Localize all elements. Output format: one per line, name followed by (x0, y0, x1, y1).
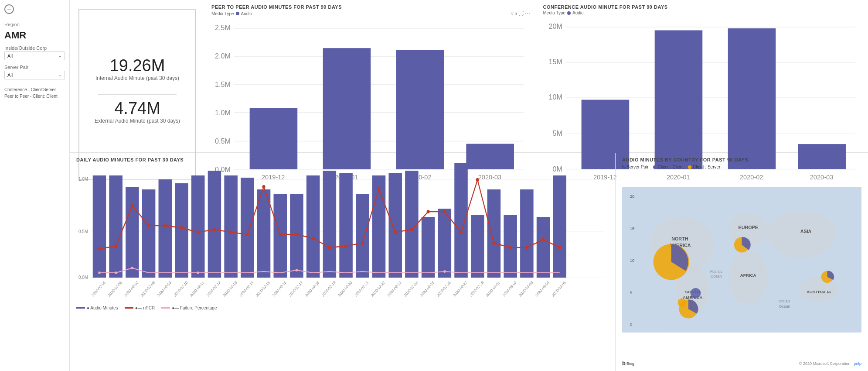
svg-point-101 (558, 246, 561, 249)
sidebar-note: Conference - Client:Server Peer to Peer … (4, 86, 65, 100)
jmtp-text: jmtp (854, 361, 861, 366)
filter1-dropdown[interactable]: All ⌄ (4, 52, 65, 60)
bing-text: Bing (626, 361, 634, 366)
svg-rect-66 (454, 163, 468, 278)
filter2-value: All (7, 72, 13, 78)
svg-text:2020-03-04: 2020-03-04 (534, 280, 550, 298)
filter2-dropdown[interactable]: All ⌄ (4, 71, 65, 79)
svg-text:Ocean: Ocean (711, 274, 722, 278)
bing-b: b (622, 360, 626, 367)
daily-bar-chart: 1.0M 0.5M 0.0M (76, 163, 609, 303)
svg-rect-49 (175, 183, 188, 278)
svg-text:1.5M: 1.5M (215, 80, 231, 88)
svg-text:2020-02-10: 2020-02-10 (173, 280, 189, 298)
svg-point-81 (229, 230, 232, 234)
expand-icon[interactable]: ⛶ (518, 10, 524, 17)
svg-text:2.0M: 2.0M (215, 52, 231, 60)
svg-text:2020-02-06: 2020-02-06 (107, 280, 123, 298)
svg-point-76 (147, 224, 150, 227)
svg-point-82 (246, 233, 249, 236)
daily-chart-title: DAILY AUDIO MINUTES FOR PAST 30 DAYS (76, 157, 609, 162)
svg-text:ASIA: ASIA (800, 229, 812, 234)
svg-point-92 (410, 228, 413, 231)
legend-client-client: Client : Client (653, 165, 684, 169)
filter-icon[interactable]: ▿ 3 (511, 10, 517, 17)
svg-rect-14 (323, 48, 371, 169)
svg-text:2020-02-19: 2020-02-19 (321, 280, 337, 298)
filter2-chevron: ⌄ (58, 73, 62, 77)
svg-text:2020-02-08: 2020-02-08 (140, 280, 156, 298)
svg-rect-54 (257, 189, 271, 278)
svg-text:Ocean: Ocean (779, 304, 790, 309)
legend-audio: ● Audio Minutes (76, 306, 118, 310)
dashboard: ← Region AMR Inside/Outside Corp All ⌄ S… (0, 0, 868, 371)
svg-text:2020-02-26: 2020-02-26 (436, 280, 452, 298)
client-server-label: Client : Server (693, 165, 720, 169)
svg-text:2020-02-18: 2020-02-18 (304, 280, 320, 298)
svg-rect-44 (93, 175, 106, 278)
svg-point-105 (197, 271, 199, 274)
svg-rect-32 (654, 30, 702, 169)
svg-rect-72 (553, 175, 567, 278)
svg-point-79 (197, 230, 200, 234)
more-icon[interactable]: ⋯ (525, 10, 530, 17)
svg-text:AUSTRALIA: AUSTRALIA (807, 289, 831, 294)
svg-rect-62 (388, 173, 402, 278)
svg-point-90 (377, 187, 380, 191)
svg-point-74 (114, 244, 117, 248)
svg-text:2020-02-13: 2020-02-13 (222, 280, 238, 298)
conf-chart-title: CONFERENCE AUDIO MINUTE FOR PAST 90 DAYS (543, 4, 862, 10)
p2p-legend-label: Audio (241, 11, 252, 16)
back-button[interactable]: ← (4, 4, 65, 14)
region-label: Region (4, 22, 65, 27)
svg-text:0.5M: 0.5M (215, 137, 231, 145)
svg-rect-57 (306, 175, 320, 278)
legend-failure: ●— Failure Percentage (161, 306, 217, 310)
svg-text:Atlantic: Atlantic (710, 269, 722, 274)
p2p-legend-dot (236, 12, 239, 15)
svg-text:2020-02-16: 2020-02-16 (272, 280, 287, 298)
legend-failure-label: ●— Failure Percentage (172, 306, 217, 310)
legend-failure-line (161, 307, 170, 309)
svg-point-73 (98, 247, 101, 251)
filter1-label: Inside/Outside Corp (4, 45, 65, 51)
svg-point-103 (115, 271, 117, 274)
bing-logo: b Bing (622, 360, 634, 367)
filter2-container: Server Pair All ⌄ (4, 65, 65, 79)
metric-desc1: Internal Audio Minute (past 30 days) (95, 75, 179, 81)
top-row: 19.26M Internal Audio Minute (past 30 da… (70, 0, 868, 153)
map-footer: b Bing © 2020 Microsoft Corporation jmtp (622, 360, 861, 367)
conf-chart-subtitle: Media Type Audio (543, 10, 862, 15)
svg-point-99 (525, 246, 528, 249)
svg-text:2020-02-24: 2020-02-24 (403, 280, 419, 298)
p2p-icons: ▿ 3 ⛶ ⋯ (511, 10, 530, 17)
svg-point-164 (691, 288, 701, 299)
p2p-chart-subtitle: Media Type Audio ▿ 3 ⛶ ⋯ (211, 10, 530, 17)
svg-text:2020-02-07: 2020-02-07 (123, 280, 139, 298)
region-value: AMR (4, 30, 65, 41)
svg-text:2020-03-03: 2020-03-03 (518, 280, 534, 298)
svg-point-96 (476, 178, 479, 182)
svg-text:2020-03-02: 2020-03-02 (502, 280, 517, 298)
svg-point-166 (677, 298, 686, 307)
svg-rect-59 (339, 173, 353, 278)
svg-rect-61 (372, 175, 386, 278)
legend-npcr-label: ●— nPCR (135, 306, 155, 310)
svg-point-94 (443, 210, 446, 213)
svg-point-87 (328, 246, 331, 249)
conf-legend-dot (567, 11, 571, 15)
svg-point-77 (163, 224, 167, 227)
svg-rect-60 (356, 194, 369, 278)
conf-media-type-label: Media Type (543, 10, 566, 15)
svg-text:5M: 5M (552, 129, 562, 137)
svg-rect-68 (487, 189, 501, 278)
filter1-chevron: ⌄ (58, 54, 62, 58)
svg-rect-16 (396, 50, 444, 169)
svg-point-95 (460, 230, 463, 234)
svg-text:2020-02-23: 2020-02-23 (387, 280, 402, 298)
svg-text:10M: 10M (548, 93, 562, 101)
svg-text:AFRICA: AFRICA (740, 273, 756, 278)
conf-legend-label: Audio (572, 10, 584, 15)
filter1-container: Inside/Outside Corp All ⌄ (4, 45, 65, 60)
svg-text:15M: 15M (548, 58, 562, 65)
